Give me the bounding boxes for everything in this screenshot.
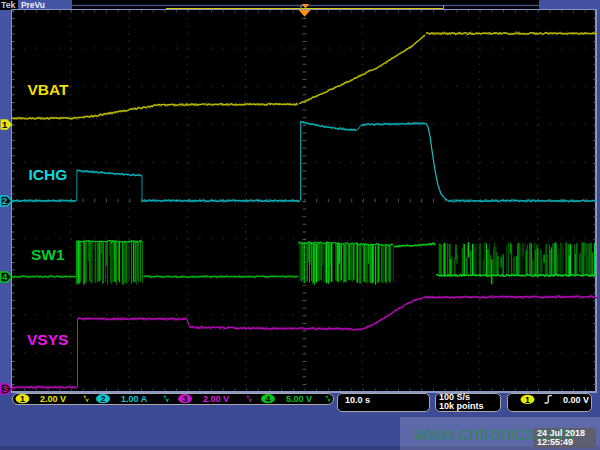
- svg-text:ICHG: ICHG: [29, 166, 68, 183]
- svg-text:1.00 A: 1.00 A: [121, 394, 148, 404]
- svg-text:SW1: SW1: [31, 246, 65, 263]
- svg-text:0.00 V: 0.00 V: [563, 395, 589, 405]
- svg-text:2: 2: [101, 394, 106, 404]
- svg-text:1: 1: [525, 395, 530, 405]
- svg-text:3: 3: [183, 394, 188, 404]
- svg-text:4: 4: [2, 271, 8, 282]
- svg-text:1: 1: [2, 119, 8, 130]
- svg-text:VBAT: VBAT: [28, 81, 70, 98]
- svg-text:10.0 s: 10.0 s: [345, 395, 370, 405]
- svg-text:2.00 V: 2.00 V: [40, 394, 66, 404]
- svg-text:4: 4: [266, 394, 271, 404]
- svg-text:1: 1: [20, 394, 25, 404]
- svg-text:2.00 V: 2.00 V: [203, 394, 229, 404]
- svg-text:VSYS: VSYS: [27, 331, 68, 348]
- svg-text:2: 2: [2, 195, 7, 206]
- svg-text:5.00 V: 5.00 V: [286, 394, 312, 404]
